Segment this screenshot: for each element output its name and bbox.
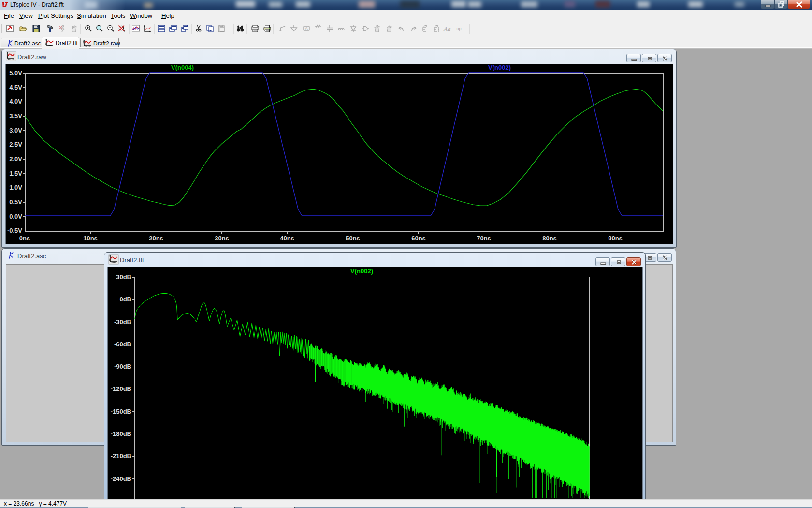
svg-text:A: A (305, 26, 308, 31)
svg-text:.op: .op (455, 26, 462, 31)
svg-text:Aa: Aa (443, 25, 451, 32)
